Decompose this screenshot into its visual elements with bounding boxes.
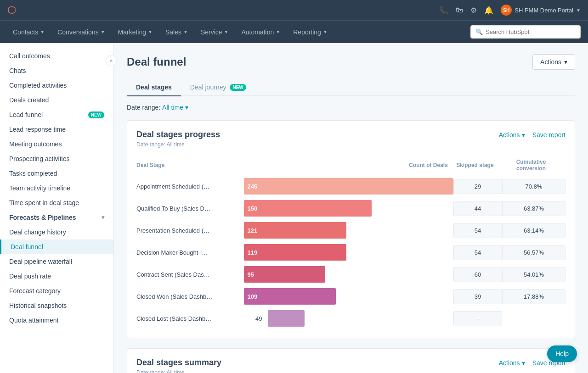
save-report-button[interactable]: Save report [532, 131, 565, 139]
sidebar-item-lead-response-time[interactable]: Lead response time [0, 122, 113, 137]
bar-cell: 119 [244, 241, 453, 263]
page-actions-button[interactable]: Actions ▾ [532, 54, 575, 70]
nav-automation[interactable]: Automation ▼ [236, 26, 286, 39]
cumulative-cell: 56.57% [502, 241, 565, 263]
sidebar-section-forecasts-pipelines[interactable]: Forecasts & Pipelines ▾ [0, 210, 113, 225]
sidebar-item-deal-change-history[interactable]: Deal change history [0, 225, 113, 239]
tab-deal-journey[interactable]: Deal journey NEW [181, 79, 255, 96]
sidebar-item-quota-attainment[interactable]: Quota attainment [0, 313, 113, 328]
cumulative-cell: 63.14% [502, 219, 565, 241]
date-range-selector[interactable]: All time ▾ [162, 104, 188, 111]
skipped-cell: 44 [453, 197, 502, 219]
cumulative-cell: 17.88% [502, 285, 565, 307]
nav-contacts[interactable]: Contacts ▼ [7, 26, 50, 39]
cumulative-cell [502, 307, 565, 329]
search-input[interactable] [486, 28, 576, 35]
table-row: Qualified To Buy (Sales D… 150 44 63.87% [136, 197, 565, 219]
chevron-down-icon: ▼ [40, 29, 45, 34]
user-menu[interactable]: SH SH PMM Demo Portal ▼ [501, 5, 581, 16]
sidebar-item-chats[interactable]: Chats [0, 63, 113, 78]
search-container: 🔍 [470, 25, 581, 39]
sidebar-item-time-spent-deal-stage[interactable]: Time spent in deal stage [0, 195, 113, 210]
search-icon: 🔍 [475, 28, 483, 35]
col-header-count: Count of Deals [244, 155, 453, 175]
report-actions-button[interactable]: Actions ▾ [499, 131, 525, 139]
table-row: Decision Maker Bought-I… 119 54 56.57% [136, 241, 565, 263]
skipped-cell: 29 [453, 175, 502, 197]
deal-stages-summary-card: Deal stages summary Actions ▾ Save repor… [127, 348, 575, 373]
chevron-down-icon: ▼ [276, 29, 280, 34]
bar-cell: 121 [244, 219, 453, 241]
skipped-cell: – [453, 307, 502, 329]
page-header: Deal funnel Actions ▾ [127, 54, 575, 70]
cumulative-cell: 63.87% [502, 197, 565, 219]
chevron-down-icon: ▾ [522, 359, 525, 367]
bar-cell: 150 [244, 197, 453, 219]
skipped-cell: 54 [453, 241, 502, 263]
main-nav: Contacts ▼ Conversations ▼ Marketing ▼ S… [0, 20, 588, 43]
report-card-header: Deal stages progress Actions ▾ Save repo… [136, 130, 565, 139]
bar-cell: 49 [244, 307, 453, 329]
sidebar-item-completed-activities[interactable]: Completed activities [0, 78, 113, 93]
sidebar-item-call-outcomes[interactable]: Call outcomes [0, 49, 113, 63]
table-row: Appointment Scheduled (… 245 29 70.8% [136, 175, 565, 197]
bar-cell: 109 [244, 285, 453, 307]
sidebar-item-historical-snapshots[interactable]: Historical snapshots [0, 298, 113, 313]
avatar: SH [501, 5, 512, 16]
marketplace-icon[interactable]: 🛍 [456, 6, 463, 14]
chevron-down-icon: ▼ [224, 29, 229, 34]
bar-cell: 245 [244, 175, 453, 197]
phone-icon[interactable]: 📞 [439, 6, 448, 15]
date-range-row: Date range: All time ▾ [127, 104, 575, 111]
chevron-down-icon: ▾ [185, 104, 188, 111]
deal-stages-progress-card: Deal stages progress Actions ▾ Save repo… [127, 120, 575, 339]
topbar-right: 📞 🛍 ⚙ 🔔 SH SH PMM Demo Portal ▼ [439, 5, 581, 16]
page-title: Deal funnel [127, 56, 186, 68]
nav-service[interactable]: Service ▼ [195, 26, 234, 39]
summary-actions-button[interactable]: Actions ▾ [499, 359, 525, 367]
sidebar-item-deals-created[interactable]: Deals created [0, 93, 113, 107]
chevron-down-icon: ▼ [148, 29, 153, 34]
sidebar-item-prospecting-activities[interactable]: Prospecting activities [0, 151, 113, 166]
help-button[interactable]: Help [547, 345, 577, 362]
sidebar-item-lead-funnel[interactable]: Lead funnel NEW [0, 107, 113, 122]
chevron-left-icon: « [110, 57, 113, 64]
nav-sales[interactable]: Sales ▼ [160, 26, 193, 39]
sidebar-item-deal-funnel[interactable]: Deal funnel [0, 239, 113, 254]
sidebar-item-forecast-category[interactable]: Forecast category [0, 284, 113, 298]
bar-cell: 95 [244, 263, 453, 285]
tab-deal-stages[interactable]: Deal stages [127, 79, 181, 96]
cumulative-cell: 70.8% [502, 175, 565, 197]
col-header-stage: Deal Stage [136, 155, 244, 175]
sidebar: Call outcomes Chats Completed activities… [0, 43, 114, 373]
sidebar-item-team-activity-timeline[interactable]: Team activity timeline [0, 181, 113, 195]
notifications-icon[interactable]: 🔔 [484, 6, 493, 15]
stage-name-cell: Appointment Scheduled (… [136, 175, 244, 197]
topbar: ⬡ 📞 🛍 ⚙ 🔔 SH SH PMM Demo Portal ▼ [0, 0, 588, 20]
section-chevron-icon: ▾ [102, 214, 104, 221]
nav-reporting[interactable]: Reporting ▼ [288, 26, 333, 39]
deal-stages-progress-table: Deal Stage Count of Deals Skipped stage … [136, 155, 565, 329]
new-badge: NEW [230, 84, 246, 91]
sidebar-item-meeting-outcomes[interactable]: Meeting outcomes [0, 137, 113, 151]
layout: Call outcomes Chats Completed activities… [0, 43, 588, 373]
chevron-down-icon: ▾ [564, 58, 567, 66]
new-badge: NEW [88, 111, 104, 118]
hubspot-logo-icon[interactable]: ⬡ [7, 4, 16, 16]
nav-conversations[interactable]: Conversations ▼ [52, 26, 110, 39]
settings-icon[interactable]: ⚙ [470, 6, 477, 15]
report-summary-title: Deal stages summary [136, 358, 221, 367]
sidebar-item-deal-push-rate[interactable]: Deal push rate [0, 269, 113, 284]
report-card-actions: Actions ▾ Save report [499, 131, 565, 139]
stage-name-cell: Contract Sent (Sales Das… [136, 263, 244, 285]
col-header-cumulative: Cumulative conversion [502, 155, 565, 175]
chevron-down-icon: ▼ [183, 29, 188, 34]
chevron-down-icon: ▼ [323, 29, 328, 34]
collapse-sidebar-button[interactable]: « [106, 55, 117, 66]
sidebar-item-tasks-completed[interactable]: Tasks completed [0, 166, 113, 181]
sidebar-item-deal-pipeline-waterfall[interactable]: Deal pipeline waterfall [0, 254, 113, 269]
nav-marketing[interactable]: Marketing ▼ [113, 26, 158, 39]
stage-name-cell: Closed Lost (Sales Dashb… [136, 307, 244, 329]
table-row: Presentation Scheduled (… 121 54 63.14% [136, 219, 565, 241]
topbar-left: ⬡ [7, 4, 16, 16]
